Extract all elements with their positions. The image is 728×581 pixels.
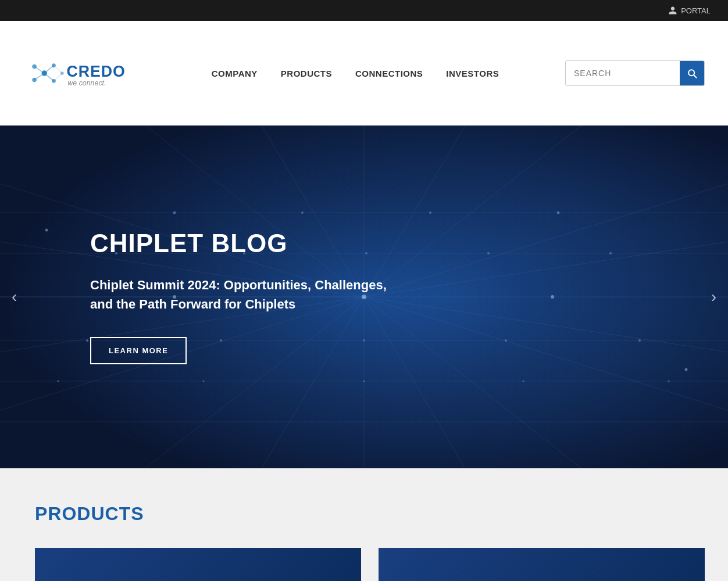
product-card-1[interactable]	[35, 548, 361, 581]
portal-label: PORTAL	[681, 6, 711, 15]
main-nav: COMPANY PRODUCTS CONNECTIONS INVESTORS	[169, 69, 542, 78]
svg-line-10	[54, 66, 62, 73]
hero-banner: ‹ CHIPLET BLOG Chiplet Summit 2024: Oppo…	[0, 125, 728, 468]
search-button[interactable]	[680, 61, 704, 85]
svg-line-7	[34, 73, 44, 80]
nav-connections[interactable]: CONNECTIONS	[355, 69, 423, 78]
svg-line-6	[34, 67, 44, 73]
search-icon	[686, 67, 698, 79]
hero-content: CHIPLET BLOG Chiplet Summit 2024: Opport…	[0, 229, 398, 364]
product-card-2[interactable]	[379, 548, 705, 581]
logo-area[interactable]: CREDO we connect.	[23, 50, 145, 96]
chevron-right-icon: ›	[711, 288, 716, 306]
credo-logo: CREDO we connect.	[23, 50, 145, 96]
search-area	[565, 60, 705, 86]
svg-point-2	[32, 78, 37, 83]
search-input[interactable]	[566, 61, 680, 85]
svg-line-8	[44, 66, 53, 73]
products-section: PRODUCTS	[0, 468, 728, 581]
svg-line-11	[54, 73, 62, 81]
carousel-prev-button[interactable]: ‹	[6, 282, 23, 312]
chevron-left-icon: ‹	[12, 288, 17, 306]
products-section-title: PRODUCTS	[35, 503, 705, 525]
svg-line-9	[44, 73, 53, 81]
svg-point-1	[32, 64, 37, 69]
hero-title: Chiplet Summit 2024: Opportunities, Chal…	[90, 275, 398, 314]
svg-text:we connect.: we connect.	[67, 79, 106, 87]
products-row	[35, 548, 705, 581]
nav-products[interactable]: PRODUCTS	[281, 69, 332, 78]
nav-investors[interactable]: INVESTORS	[446, 69, 499, 78]
nav-company[interactable]: COMPANY	[212, 69, 258, 78]
top-bar: PORTAL	[0, 0, 728, 21]
hero-blog-label: CHIPLET BLOG	[90, 229, 398, 257]
hero-cta-button[interactable]: LEARN MORE	[90, 337, 187, 364]
svg-text:CREDO: CREDO	[66, 63, 125, 80]
header: CREDO we connect. COMPANY PRODUCTS CONNE…	[0, 21, 728, 125]
carousel-next-button[interactable]: ›	[705, 282, 722, 312]
portal-link[interactable]: PORTAL	[668, 6, 711, 15]
person-icon	[668, 6, 677, 15]
